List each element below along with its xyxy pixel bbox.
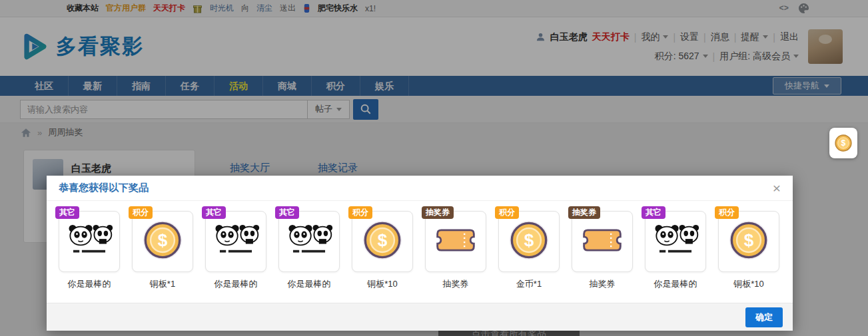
floating-coin-button[interactable]: $: [829, 128, 857, 158]
svg-text:$: $: [378, 230, 388, 250]
panda-meme-icon: [211, 222, 260, 261]
prize-card: 其它你是最棒的: [645, 211, 706, 290]
prize-card: 抽奖券抽奖券: [425, 211, 486, 290]
prize-modal: 恭喜您获得以下奖品 × 其它你是最棒的积分$铜板*1其它你是最棒的其它你是最棒的…: [47, 176, 793, 331]
confirm-button[interactable]: 确定: [745, 307, 783, 327]
prize-category-badge: 其它: [55, 206, 79, 219]
prize-card: 抽奖券抽奖券: [572, 211, 633, 290]
prize-label: 你是最棒的: [278, 278, 340, 290]
svg-text:$: $: [744, 230, 754, 250]
prize-label: 抽奖券: [425, 278, 486, 290]
prize-image-box: 其它: [645, 211, 706, 272]
prize-card: 积分$金币*1: [498, 211, 560, 290]
close-icon[interactable]: ×: [773, 181, 781, 195]
prize-category-badge: 抽奖券: [568, 206, 600, 219]
lottery-ticket-icon: [434, 224, 478, 259]
gold-coin-icon: $: [508, 220, 550, 263]
prize-card: 积分$铜板*10: [352, 211, 413, 290]
prize-card: 积分$铜板*10: [718, 211, 779, 290]
prize-list: 其它你是最棒的积分$铜板*1其它你是最棒的其它你是最棒的积分$铜板*10抽奖券抽…: [47, 201, 793, 290]
prize-category-badge: 积分: [495, 206, 519, 219]
page: 收藏本站官方用户群天天打卡时光机向清尘送出肥宅快乐水x1! <> 多看聚影 白玉…: [0, 0, 868, 336]
prize-image-box: 积分$: [132, 211, 193, 272]
prize-label: 铜板*10: [718, 278, 779, 290]
prize-image-box: 其它: [59, 211, 120, 272]
prize-label: 铜板*10: [352, 278, 413, 290]
prize-label: 你是最棒的: [205, 278, 266, 290]
modal-title: 恭喜您获得以下奖品: [59, 182, 149, 194]
prize-image-box: 其它: [278, 211, 340, 272]
prize-label: 金币*1: [498, 278, 560, 290]
prize-image-box: 抽奖券: [572, 211, 633, 272]
svg-text:$: $: [524, 230, 534, 250]
prize-image-box: 积分$: [718, 211, 779, 272]
svg-text:$: $: [158, 230, 168, 250]
gold-coin-icon: $: [142, 220, 183, 263]
gold-coin-icon: $: [728, 220, 769, 263]
prize-category-badge: 其它: [642, 206, 665, 219]
prize-category-badge: 积分: [715, 206, 739, 219]
gold-coin-icon: $: [362, 220, 403, 263]
prize-category-badge: 其它: [275, 206, 299, 219]
panda-meme-icon: [651, 222, 700, 261]
modal-header: 恭喜您获得以下奖品 ×: [47, 176, 793, 201]
prize-image-box: 积分$: [498, 211, 560, 272]
prize-image-box: 其它: [205, 211, 266, 272]
prize-card: 其它你是最棒的: [205, 211, 266, 290]
prize-category-badge: 积分: [129, 206, 153, 219]
prize-card: 其它你是最棒的: [278, 211, 340, 290]
svg-text:$: $: [841, 138, 846, 148]
coin-icon: $: [834, 134, 853, 152]
prize-label: 抽奖券: [572, 278, 633, 290]
prize-category-badge: 抽奖券: [422, 206, 454, 219]
prize-label: 你是最棒的: [645, 278, 706, 290]
prize-card: 其它你是最棒的: [59, 211, 120, 290]
prize-label: 你是最棒的: [59, 278, 120, 290]
prize-card: 积分$铜板*1: [132, 211, 193, 290]
prize-category-badge: 其它: [202, 206, 226, 219]
prize-label: 铜板*1: [132, 278, 193, 290]
panda-meme-icon: [284, 222, 334, 261]
prize-image-box: 积分$: [352, 211, 413, 272]
lottery-ticket-icon: [580, 224, 624, 259]
panda-meme-icon: [65, 222, 114, 261]
prize-category-badge: 积分: [348, 206, 372, 219]
prize-image-box: 抽奖券: [425, 211, 486, 272]
modal-footer: 确定: [47, 303, 793, 331]
